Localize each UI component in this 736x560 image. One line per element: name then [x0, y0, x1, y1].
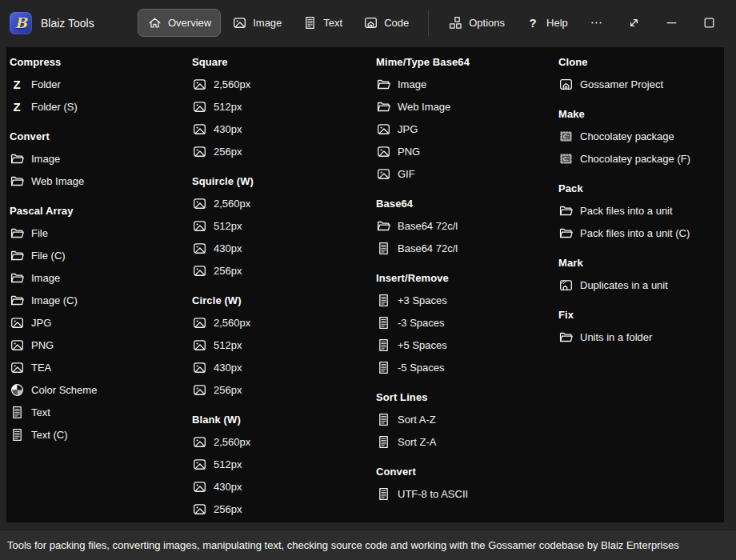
tool-item-256px[interactable]: 256px — [192, 498, 376, 520]
tool-item-color-scheme[interactable]: Color Scheme — [10, 378, 192, 401]
tool-item-512px[interactable]: 512px — [192, 334, 376, 356]
tool-item-chocolatey-package-f[interactable]: C:Chocolatey package (F) — [558, 147, 724, 170]
tool-item-image[interactable]: Image — [376, 73, 558, 95]
tool-item-duplicates-in-a-unit[interactable]: Duplicates in a unit — [558, 274, 724, 296]
tab-image[interactable]: Image — [222, 9, 291, 37]
section-heading: Square — [192, 50, 376, 73]
tool-item-pack-files-into-a-unit-c[interactable]: Pack files into a unit (C) — [558, 222, 724, 244]
tool-item-256px[interactable]: 256px — [192, 140, 376, 162]
tool-item-5-spaces[interactable]: +5 Spaces — [376, 334, 558, 356]
maximize-button[interactable] — [690, 9, 728, 38]
tool-item-label: File (C) — [31, 250, 66, 262]
tool-item-image[interactable]: Image — [10, 147, 192, 170]
section-heading: Sort Lines — [376, 386, 558, 408]
tab-code[interactable]: Code — [354, 9, 418, 37]
tool-item-2-560px[interactable]: 2,560px — [192, 430, 376, 453]
minimize-button[interactable] — [653, 9, 690, 38]
tool-item-label: Sort Z-A — [398, 436, 436, 448]
folder-icon — [558, 330, 573, 344]
tool-item-5-spaces[interactable]: -5 Spaces — [376, 356, 558, 378]
image-icon — [192, 338, 206, 352]
window-icon — [558, 77, 573, 91]
tool-item-512px[interactable]: 512px — [192, 453, 376, 475]
titlebar[interactable]: B Blaiz Tools OverviewImageTextCode Opti… — [0, 0, 736, 46]
tool-item-label: 2,560px — [214, 436, 250, 448]
tool-item-256px[interactable]: 256px — [192, 378, 376, 401]
resize-button[interactable] — [615, 9, 653, 38]
image-icon — [192, 360, 206, 374]
tool-item-folder-s[interactable]: ZFolder (S) — [10, 95, 192, 118]
tool-item-image[interactable]: Image — [10, 266, 192, 289]
tool-item-256px[interactable]: 256px — [192, 259, 376, 282]
app-identity: B Blaiz Tools — [10, 12, 138, 34]
menu-help[interactable]: ?Help — [516, 9, 578, 37]
folder-icon — [376, 77, 390, 91]
tool-item-png[interactable]: PNG — [376, 140, 558, 162]
tool-item-jpg[interactable]: JPG — [10, 311, 192, 334]
app-logo-letter: B — [14, 14, 26, 31]
tool-item-430px[interactable]: 430px — [192, 356, 376, 378]
tool-item-chocolatey-package[interactable]: C:Chocolatey package — [558, 125, 724, 147]
section-heading: Circle (W) — [192, 289, 376, 311]
tab-overview[interactable]: Overview — [138, 9, 221, 37]
section-heading: Fix — [558, 303, 724, 326]
tool-item-web-image[interactable]: Web Image — [376, 95, 558, 118]
tool-item-label: Units in a folder — [580, 331, 652, 343]
tool-item-2-560px[interactable]: 2,560px — [192, 311, 376, 334]
maximize-icon — [702, 16, 716, 30]
tool-column-1: CompressZFolderZFolder (S)ConvertImageWe… — [10, 50, 192, 522]
tool-item-3-spaces[interactable]: -3 Spaces — [376, 311, 558, 334]
tool-item-text-c[interactable]: Text (C) — [10, 423, 192, 446]
titlebar-divider — [428, 10, 429, 36]
close-button[interactable] — [728, 9, 736, 38]
tool-item-image-c[interactable]: Image (C) — [10, 289, 192, 311]
tool-item-2-560px[interactable]: 2,560px — [192, 192, 376, 214]
tool-item-label: Image — [31, 153, 60, 165]
section-convert: ConvertImageWeb Image — [10, 125, 192, 192]
document-icon — [376, 315, 390, 330]
minimize-icon — [664, 16, 678, 30]
tool-item-label: Color Scheme — [31, 384, 97, 396]
tool-item-base64-72c-l[interactable]: Base64 72c/l — [376, 214, 558, 237]
tool-item-gossamer-project[interactable]: Gossamer Project — [558, 73, 724, 95]
tool-item-3-spaces[interactable]: +3 Spaces — [376, 289, 558, 311]
tool-item-label: +3 Spaces — [398, 294, 447, 306]
tool-item-units-in-a-folder[interactable]: Units in a folder — [558, 326, 724, 348]
tool-item-sort-a-z[interactable]: Sort A-Z — [376, 408, 558, 430]
tool-item-sort-z-a[interactable]: Sort Z-A — [376, 430, 558, 453]
tool-item-folder[interactable]: ZFolder — [10, 73, 192, 95]
tool-item-430px[interactable]: 430px — [192, 237, 376, 259]
folder-icon — [10, 270, 24, 285]
image-icon — [192, 263, 206, 278]
tab-text[interactable]: Text — [293, 9, 352, 37]
tool-item-pack-files-into-a-unit[interactable]: Pack files into a unit — [558, 199, 724, 222]
tool-item-tea[interactable]: TEA — [10, 356, 192, 378]
tool-item-jpg[interactable]: JPG — [376, 118, 558, 140]
tool-item-label: Pack files into a unit (C) — [580, 227, 690, 239]
tool-item-utf-8-to-ascii[interactable]: UTF-8 to ASCII — [376, 482, 558, 505]
image-icon — [376, 144, 390, 158]
tool-item-label: PNG — [398, 146, 420, 158]
more-button[interactable] — [578, 9, 615, 38]
section-heading: Mime/Type Base64 — [376, 50, 558, 73]
tool-item-430px[interactable]: 430px — [192, 118, 376, 140]
tool-item-file[interactable]: File — [10, 222, 192, 244]
section-heading: Make — [558, 102, 724, 125]
menu-options[interactable]: Options — [438, 9, 514, 37]
image-icon — [192, 218, 206, 233]
tool-item-text[interactable]: Text — [10, 401, 192, 423]
window-controls — [578, 9, 736, 38]
image-icon — [192, 434, 206, 449]
tool-item-base64-72c-l[interactable]: Base64 72c/l — [376, 237, 558, 259]
tool-item-2-560px[interactable]: 2,560px — [192, 73, 376, 95]
tool-item-png[interactable]: PNG — [10, 334, 192, 356]
tool-item-512px[interactable]: 512px — [192, 95, 376, 118]
section-compress: CompressZFolderZFolder (S) — [10, 50, 192, 118]
tool-item-430px[interactable]: 430px — [192, 475, 376, 498]
tool-item-gif[interactable]: GIF — [376, 162, 558, 185]
section-mark: MarkDuplicates in a unit — [558, 251, 724, 296]
section-fix: FixUnits in a folder — [558, 303, 724, 348]
tool-item-web-image[interactable]: Web Image — [10, 170, 192, 192]
tool-item-512px[interactable]: 512px — [192, 214, 376, 237]
tool-item-file-c[interactable]: File (C) — [10, 244, 192, 266]
